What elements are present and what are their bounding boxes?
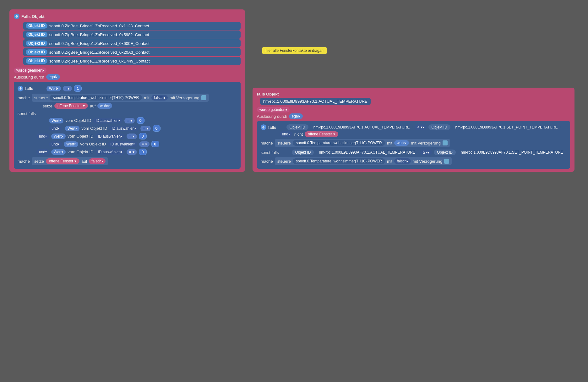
control-object-1: sonoff.0.Temparature_wohnzimmer(TH10).PO… [50, 95, 142, 101]
temp-obj-val: hm-rpc.1.000E9D8993AF70.1.ACTUAL_TEMPERA… [310, 124, 413, 130]
val-0-5: 0 [139, 149, 147, 155]
mache-label-s2-2: mache [261, 159, 273, 164]
gear-icon: ⚙ [14, 14, 19, 19]
sonst-falls-s2: sonst falls [261, 150, 279, 155]
obj-id-badge-5: Objekt ID [26, 58, 47, 64]
object-row-2: Objekt ID sonoff.0.ZigBee_Bridge1.ZbRece… [23, 30, 241, 39]
wert-dd-3[interactable]: Wert [65, 126, 79, 131]
falsch-dropdown-1[interactable]: falsch [151, 95, 168, 101]
val-0-3: 0 [139, 133, 147, 139]
obj-id-label-5: Objekt ID [437, 150, 453, 155]
val-0-1: 0 [137, 117, 144, 124]
wert-dd-2[interactable]: Wert [49, 118, 63, 123]
control-s2-2: sonoff.0.Temparature_wohnzimmer(TH10).PO… [293, 158, 385, 164]
verz-checkbox-1[interactable] [201, 95, 206, 100]
gte-dropdown[interactable]: ≥ ▾ [420, 150, 432, 155]
obj-id-value-4: sonoff.0.ZigBee_Bridge1.ZbReceived_0x20A… [49, 50, 150, 55]
auf-label-1: auf [90, 104, 95, 108]
offene-fenster-s2: offene Fenster [308, 132, 332, 136]
temp-obj-s2: hm-rpc.1.000E9D8993AF70.1.ACTUAL_TEMPERA… [316, 150, 418, 155]
verz-cb-s2-2[interactable] [444, 159, 449, 164]
vom-label-4: vom Objekt ID [80, 142, 106, 146]
vom-label-5: vom Objekt ID [68, 150, 93, 154]
eq-4: = ▾ [127, 134, 137, 139]
steuere-s2: steuere [277, 141, 291, 145]
wahr-dd-s2[interactable]: wahr [394, 140, 409, 146]
obj-id-value-5: sonoff.0.ZigBee_Bridge1.ZbReceived_0xD44… [49, 59, 150, 63]
obj-id-badge-2: Objekt ID [26, 32, 47, 37]
vom-label-1: vom Objekt ID [65, 118, 91, 123]
mit-verz-label-1: mit Verzögerung [170, 96, 199, 100]
wert-dd-5[interactable]: Wert [64, 141, 78, 147]
obj-id-value-2: sonoff.0.ZigBee_Bridge1.ZbReceived_0x598… [49, 32, 149, 37]
setze-label: setze [43, 104, 52, 108]
id-ausw-3[interactable]: ID auswählen [95, 134, 125, 139]
steuere-label-1: steuere [34, 96, 48, 100]
und-dd-4[interactable]: und [36, 149, 49, 155]
object-row-5: Objekt ID sonoff.0.ZigBee_Bridge1.ZbRece… [23, 57, 241, 65]
lt-dropdown[interactable]: < ▾ [415, 124, 426, 130]
falls-objekt-title-2: falls Objekt [257, 92, 279, 96]
mit-s2: mit [387, 141, 392, 145]
egal-dropdown[interactable]: egal [46, 74, 60, 80]
id-ausw-1[interactable]: ID auswählen [93, 118, 122, 123]
wurde-dd-2[interactable]: wurde geändert [257, 107, 290, 112]
set-point-obj: hm-rpc.1.000E9D8993AF70.1.SET_POINT_TEMP… [452, 124, 561, 130]
eq-5: = ▾ [139, 141, 149, 147]
offene-fenster-badge-2: offene Fenster [49, 159, 73, 163]
auslosung-label: Auslösung durch [14, 75, 44, 79]
falls-gear-2: ⚙ [261, 124, 266, 130]
sonst-falls-label-1: sonst falls [18, 111, 36, 116]
wurde-geaendert-dropdown[interactable]: wurde geändert [14, 68, 46, 73]
wert-dropdown-1[interactable]: Wert [46, 86, 61, 91]
val-0-2: 0 [153, 125, 161, 132]
mit-s2-2: mit [387, 159, 392, 164]
egal-dd-2[interactable]: egal [289, 113, 303, 119]
und-dd-3[interactable]: und [49, 141, 62, 147]
control-s2: sonoff.0.Temparature_wohnzimmer(TH10).PO… [293, 140, 385, 146]
mache-label-2: mache [18, 159, 30, 164]
falls-label-1: falls [25, 86, 33, 91]
obj-id-label-2: Objekt ID [290, 125, 305, 129]
val-0-4: 0 [151, 141, 159, 147]
eq-3: = ▾ [140, 126, 150, 131]
und-dd-1[interactable]: und [49, 126, 62, 131]
object-row-3: Objekt ID sonoff.0.ZigBee_Bridge1.ZbRece… [23, 39, 241, 47]
mache-label-1: mache [18, 96, 30, 100]
eq-2: = ▾ [124, 118, 134, 123]
und-dd-2[interactable]: und [36, 134, 49, 139]
set-point-s2: hm-rpc.1.000E9D8993AF70.1.SET_POINT_TEMP… [458, 150, 566, 155]
obj-id-value-1: sonoff.0.ZigBee_Bridge1.ZbReceived_0x112… [49, 24, 149, 28]
obj-id-value-3: sonoff.0.ZigBee_Bridge1.ZbReceived_0x600… [49, 41, 150, 46]
falls-gear-icon: ⚙ [18, 86, 23, 91]
eq-6: = ▾ [127, 149, 137, 155]
falls-objekt-title: Falls Objekt [21, 14, 45, 19]
section2-object-id: hm-rpc.1.000E9D8993AF70.1.ACTUAL_TEMPERA… [260, 98, 371, 105]
mit-verz-s2: mit Verzögerung [411, 141, 441, 145]
verz-cb-s2[interactable] [443, 140, 448, 145]
obj-id-badge-1: Objekt ID [26, 23, 47, 29]
id-ausw-4[interactable]: ID auswählen [108, 141, 138, 147]
nicht-label: nicht [294, 132, 303, 137]
object-row-1: Objekt ID sonoff.0.ZigBee_Bridge1.ZbRece… [23, 22, 241, 30]
offene-fenster-badge: offene Fenster [57, 104, 82, 108]
value-badge-1: 1 [74, 85, 82, 92]
obj-id-label-4: Objekt ID [295, 150, 311, 155]
mache-label-s2: mache [261, 141, 273, 145]
wert-dd-6[interactable]: Wert [51, 149, 66, 155]
mit-verz-s2-2: mit Verzögerung [413, 159, 443, 164]
obj-id-badge-4: Objekt ID [26, 49, 47, 55]
obj-id-badge-3: Objekt ID [26, 41, 47, 46]
mit-label-1: mit [144, 96, 149, 100]
obj-id-label-3: Objekt ID [432, 125, 447, 129]
falsch-dd-s2[interactable]: falsch [394, 158, 411, 164]
id-ausw-2[interactable]: ID auswählen [109, 126, 139, 131]
falsch-dropdown-2[interactable]: falsch [89, 158, 105, 164]
id-ausw-5[interactable]: ID auswählen [95, 149, 125, 155]
und-dd-s2[interactable]: und [280, 131, 292, 137]
setze-label-2: setze [34, 159, 44, 164]
wahr-dropdown[interactable]: wahr [97, 103, 112, 109]
wert-dd-4[interactable]: Wert [51, 134, 66, 139]
vom-label-2: vom Objekt ID [81, 126, 107, 131]
auf-label-2: auf [81, 159, 87, 164]
